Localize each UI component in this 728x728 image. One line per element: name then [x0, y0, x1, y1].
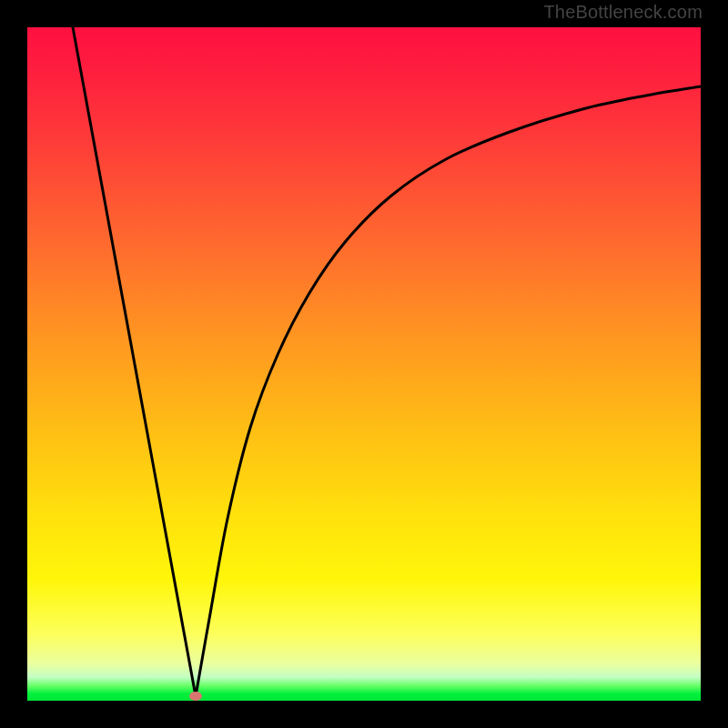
plot-area — [27, 27, 701, 701]
min-marker — [189, 692, 202, 701]
chart-frame: TheBottleneck.com — [0, 0, 728, 728]
curve-svg — [27, 27, 701, 701]
left-line — [73, 27, 196, 696]
right-curve — [196, 86, 701, 696]
watermark-text: TheBottleneck.com — [543, 2, 703, 23]
